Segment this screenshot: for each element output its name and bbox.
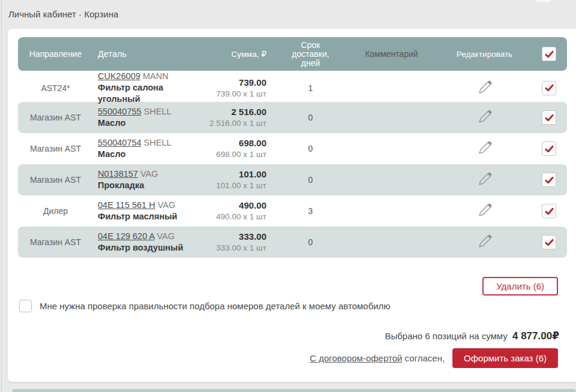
part-number-link[interactable]: 550040755 xyxy=(98,107,142,116)
edit-row-button[interactable] xyxy=(477,233,493,249)
row-checkbox[interactable] xyxy=(542,81,556,95)
offer-contract-link[interactable]: С договором-офертой xyxy=(310,353,402,363)
sum-value: 698.00 xyxy=(207,137,266,149)
part-number-link[interactable]: 550040754 xyxy=(98,138,142,147)
row-direction: Магазин AST xyxy=(18,237,93,247)
table-row: Магазин AST 04E 129 620 A VAG Фильтр воз… xyxy=(18,227,567,258)
pencil-icon xyxy=(477,202,493,218)
table-row: Магазин AST 550040754 SHELL Масло 698.00… xyxy=(18,133,567,164)
summary-prefix: Выбрано 6 позиций на сумму xyxy=(385,331,507,341)
row-part: 04E 115 561 H VAG Фильтр масляный xyxy=(93,200,207,222)
row-direction: Дилер xyxy=(18,206,93,216)
part-name: Фильтр салона угольный xyxy=(98,82,207,105)
row-direction: Магазин AST xyxy=(18,144,93,153)
part-number-link[interactable]: N0138157 xyxy=(98,169,138,179)
table-row: Магазин AST N0138157 VAG Прокладка 101.0… xyxy=(18,164,567,195)
offer-suffix: согласен, xyxy=(405,353,445,363)
part-name: Масло xyxy=(98,149,207,160)
cart-table: Направление Деталь Сумма, ₽ Срок доставк… xyxy=(18,37,567,258)
select-all-checkbox[interactable] xyxy=(542,47,556,61)
pencil-icon xyxy=(477,140,493,155)
panel-edge-divider xyxy=(1,0,2,392)
fitment-check-checkbox[interactable] xyxy=(19,300,32,312)
scrolled-element-edge xyxy=(536,0,551,2)
row-checkbox[interactable] xyxy=(542,235,556,249)
header-comment: Комментарий xyxy=(345,49,438,59)
header-sum: Сумма, ₽ xyxy=(207,49,276,60)
table-row: AST24* CUK26009 MANN Фильтр салона уголь… xyxy=(18,71,567,102)
part-number-link[interactable]: 04E 129 620 A xyxy=(98,231,154,241)
sum-detail: 333.00 x 1 шт xyxy=(207,242,266,254)
row-delivery-days: 3 xyxy=(276,206,345,216)
edit-row-button[interactable] xyxy=(477,140,493,155)
part-brand: SHELL xyxy=(144,107,172,116)
table-body: AST24* CUK26009 MANN Фильтр салона уголь… xyxy=(18,71,567,258)
row-delivery-days: 0 xyxy=(276,175,345,185)
header-delivery: Срок доставки, дней xyxy=(276,41,345,68)
header-direction: Направление xyxy=(18,49,93,59)
next-section-header-edge xyxy=(12,389,576,392)
part-number-link[interactable]: 04E 115 561 H xyxy=(98,200,155,210)
row-delivery-days: 0 xyxy=(276,144,345,153)
row-checkbox[interactable] xyxy=(542,141,556,156)
selection-summary: Выбрано 6 позиций на сумму 4 877.00₽ xyxy=(385,330,559,342)
fitment-check-row: Мне нужна проверка правильности подбора … xyxy=(19,300,391,312)
red-check-icon xyxy=(544,144,554,154)
summary-total: 4 877.00₽ xyxy=(512,330,559,342)
table-header-row: Направление Деталь Сумма, ₽ Срок доставк… xyxy=(18,37,567,71)
row-sum: 698.00 698.00 x 1 шт xyxy=(207,137,276,160)
sum-detail: 739.00 x 1 шт xyxy=(207,88,266,99)
part-name: Прокладка xyxy=(98,180,207,191)
sum-value: 2 516.00 xyxy=(207,106,266,117)
pencil-icon xyxy=(477,233,493,249)
part-brand: VAG xyxy=(157,231,175,241)
row-part: N0138157 VAG Прокладка xyxy=(93,168,207,191)
part-brand: VAG xyxy=(158,200,176,210)
table-row: Дилер 04E 115 561 H VAG Фильтр масляный … xyxy=(18,195,567,227)
row-sum: 2 516.00 2 516.00 x 1 шт xyxy=(207,106,276,129)
sum-detail: 2 516.00 x 1 шт xyxy=(207,117,266,129)
row-delivery-days: 0 xyxy=(276,237,345,247)
row-checkbox[interactable] xyxy=(542,110,556,125)
edit-row-button[interactable] xyxy=(477,108,493,124)
row-delivery-days: 1 xyxy=(276,83,345,93)
red-check-icon xyxy=(544,237,554,248)
pencil-icon xyxy=(477,171,493,186)
edit-row-button[interactable] xyxy=(477,79,493,95)
sum-detail: 101.00 x 1 шт xyxy=(207,180,266,191)
part-name: Масло xyxy=(98,117,207,129)
breadcrumb[interactable]: Личный кабинет · Корзина xyxy=(8,9,118,19)
row-checkbox[interactable] xyxy=(542,173,556,187)
table-row: Магазин AST 550040755 SHELL Масло 2 516.… xyxy=(18,102,567,133)
part-number-link[interactable]: CUK26009 xyxy=(98,71,140,81)
sum-detail: 698.00 x 1 шт xyxy=(207,149,266,160)
part-brand: SHELL xyxy=(144,138,172,147)
row-part: 550040754 SHELL Масло xyxy=(93,137,207,160)
part-brand: MANN xyxy=(143,71,169,81)
row-sum: 739.00 739.00 x 1 шт xyxy=(207,77,276,99)
row-sum: 490.00 490.00 x 1 шт xyxy=(207,200,276,222)
row-direction: AST24* xyxy=(18,83,93,93)
edit-row-button[interactable] xyxy=(477,171,493,186)
row-direction: Магазин AST xyxy=(18,113,93,122)
red-check-icon xyxy=(544,175,554,185)
row-delivery-days: 0 xyxy=(276,113,345,122)
row-checkbox[interactable] xyxy=(542,204,556,218)
cart-card: Направление Деталь Сумма, ₽ Срок доставк… xyxy=(8,29,576,382)
sum-value: 101.00 xyxy=(207,168,266,180)
part-name: Фильтр воздушный xyxy=(98,242,207,254)
row-part: 550040755 SHELL Масло xyxy=(93,106,207,129)
red-check-icon xyxy=(544,49,554,59)
row-sum: 333.00 333.00 x 1 шт xyxy=(207,231,276,254)
row-sum: 101.00 101.00 x 1 шт xyxy=(207,168,276,191)
fitment-check-label[interactable]: Мне нужна проверка правильности подбора … xyxy=(40,301,391,311)
sum-value: 739.00 xyxy=(207,77,266,88)
delete-selected-button[interactable]: Удалить (6) xyxy=(482,277,558,295)
row-part: CUK26009 MANN Фильтр салона угольный xyxy=(93,71,207,105)
red-check-icon xyxy=(544,206,554,216)
edit-row-button[interactable] xyxy=(477,202,493,218)
checkout-button[interactable]: Оформить заказ (6) xyxy=(452,348,558,368)
pencil-icon xyxy=(477,79,493,95)
sum-detail: 490.00 x 1 шт xyxy=(207,211,266,222)
row-direction: Магазин AST xyxy=(18,175,93,185)
